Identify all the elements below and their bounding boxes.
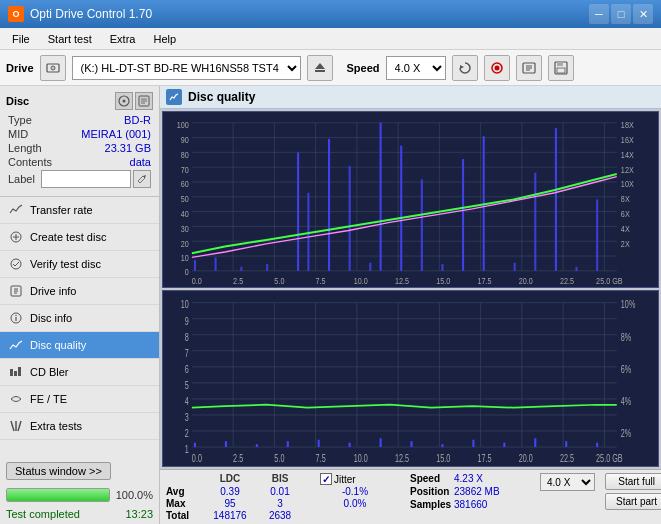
drive-icon-btn[interactable] [40, 55, 66, 81]
svg-text:7.5: 7.5 [316, 452, 326, 464]
minimize-button[interactable]: ─ [589, 4, 609, 24]
label-edit-button[interactable] [133, 170, 151, 188]
svg-text:4: 4 [185, 396, 189, 408]
svg-text:2X: 2X [621, 238, 630, 249]
refresh-button[interactable] [452, 55, 478, 81]
save-button[interactable] [548, 55, 574, 81]
svg-text:5.0: 5.0 [274, 275, 284, 286]
cd-bler-icon [8, 364, 24, 380]
stats-section: LDC BIS ✓ Jitter Avg 0.39 0.01 -0.1% Max… [160, 469, 661, 524]
svg-rect-144 [565, 441, 567, 447]
svg-text:22.5: 22.5 [560, 275, 574, 286]
label-input[interactable] [41, 170, 131, 188]
record-button[interactable] [484, 55, 510, 81]
type-label: Type [8, 114, 32, 126]
stats-total-jitter [320, 510, 390, 521]
svg-text:12X: 12X [621, 164, 634, 175]
speed-label: Speed [347, 62, 380, 74]
disc-quality-label: Disc quality [30, 339, 86, 351]
svg-rect-133 [225, 441, 227, 447]
svg-text:12.5: 12.5 [395, 452, 409, 464]
svg-text:8: 8 [185, 331, 189, 343]
svg-text:80: 80 [181, 149, 189, 160]
svg-text:7.5: 7.5 [316, 275, 326, 286]
svg-rect-65 [307, 193, 309, 271]
type-value: BD-R [124, 114, 151, 126]
stats-speed-select[interactable]: 4.0 X [540, 473, 595, 491]
eject-button[interactable] [307, 55, 333, 81]
maximize-button[interactable]: □ [611, 4, 631, 24]
sidebar-item-drive-info[interactable]: Drive info [0, 278, 159, 305]
start-full-button[interactable]: Start full [605, 473, 661, 490]
jitter-header-label: Jitter [334, 474, 356, 485]
chart1-svg: 100 90 80 70 60 50 40 30 20 10 0 18X 16X… [163, 112, 658, 287]
stats-avg-bis: 0.01 [258, 486, 302, 497]
disc-icons [115, 92, 153, 110]
jitter-checkbox[interactable]: ✓ [320, 473, 332, 485]
speed-select[interactable]: 4.0 X [386, 56, 446, 80]
svg-rect-38 [163, 112, 658, 287]
stats-avg-jitter: -0.1% [320, 486, 390, 497]
menu-start-test[interactable]: Start test [40, 31, 100, 47]
disc-icon-2[interactable] [135, 92, 153, 110]
sidebar-item-cd-bler[interactable]: CD Bler [0, 359, 159, 386]
titlebar-controls: ─ □ ✕ [589, 4, 653, 24]
svg-point-31 [15, 315, 16, 316]
sidebar-item-create-test-disc[interactable]: Create test disc [0, 224, 159, 251]
status-window-row: Status window >> [0, 458, 159, 484]
svg-text:6: 6 [185, 363, 189, 375]
svg-text:25.0 GB: 25.0 GB [596, 275, 623, 286]
stats-max-label: Max [166, 498, 202, 509]
disc-type-row: Type BD-R [6, 114, 153, 126]
svg-rect-134 [256, 444, 258, 447]
svg-rect-66 [328, 139, 330, 271]
contents-value: data [130, 156, 151, 168]
svg-rect-33 [14, 371, 17, 376]
stats-header-ldc: LDC [204, 473, 256, 485]
svg-rect-14 [557, 68, 565, 73]
mid-value: MEIRA1 (001) [81, 128, 151, 140]
close-button[interactable]: ✕ [633, 4, 653, 24]
svg-text:50: 50 [181, 193, 189, 204]
svg-text:17.5: 17.5 [478, 275, 492, 286]
sidebar-item-fe-te[interactable]: FE / TE [0, 386, 159, 413]
svg-text:70: 70 [181, 164, 189, 175]
sidebar-item-transfer-rate[interactable]: Transfer rate [0, 197, 159, 224]
svg-text:18X: 18X [621, 119, 634, 130]
settings-button[interactable] [516, 55, 542, 81]
svg-text:30: 30 [181, 223, 189, 234]
svg-rect-77 [555, 128, 557, 271]
svg-rect-34 [18, 367, 21, 376]
start-part-button[interactable]: Start part [605, 493, 661, 510]
sidebar-item-extra-tests[interactable]: Extra tests [0, 413, 159, 440]
disc-label-row: Label [6, 170, 153, 188]
svg-text:6X: 6X [621, 208, 630, 219]
content-header: Disc quality [160, 86, 661, 109]
titlebar: O Opti Drive Control 1.70 ─ □ ✕ [0, 0, 661, 28]
stats-total-ldc: 148176 [204, 510, 256, 521]
menu-extra[interactable]: Extra [102, 31, 144, 47]
menu-help[interactable]: Help [145, 31, 184, 47]
menu-file[interactable]: File [4, 31, 38, 47]
svg-text:15.0: 15.0 [436, 275, 450, 286]
drive-select[interactable]: (K:) HL-DT-ST BD-RE WH16NS58 TST4 [72, 56, 301, 80]
disc-icon-1[interactable] [115, 92, 133, 110]
status-window-button[interactable]: Status window >> [6, 462, 111, 480]
samples-value: 381660 [454, 499, 524, 510]
sidebar-item-disc-info[interactable]: Disc info [0, 305, 159, 332]
sidebar-item-disc-quality[interactable]: Disc quality [0, 332, 159, 359]
svg-text:5.0: 5.0 [274, 452, 284, 464]
verify-test-disc-label: Verify test disc [30, 258, 101, 270]
svg-text:9: 9 [185, 315, 189, 327]
svg-rect-145 [596, 443, 598, 447]
svg-text:2.5: 2.5 [233, 275, 243, 286]
sidebar-item-verify-test-disc[interactable]: Verify test disc [0, 251, 159, 278]
status-text: Test completed [6, 508, 80, 520]
svg-text:10: 10 [181, 299, 189, 311]
svg-text:0: 0 [185, 266, 189, 277]
svg-text:60: 60 [181, 178, 189, 189]
stats-total-bis: 2638 [258, 510, 302, 521]
extra-tests-label: Extra tests [30, 420, 82, 432]
svg-text:20: 20 [181, 238, 189, 249]
svg-point-24 [11, 259, 21, 269]
